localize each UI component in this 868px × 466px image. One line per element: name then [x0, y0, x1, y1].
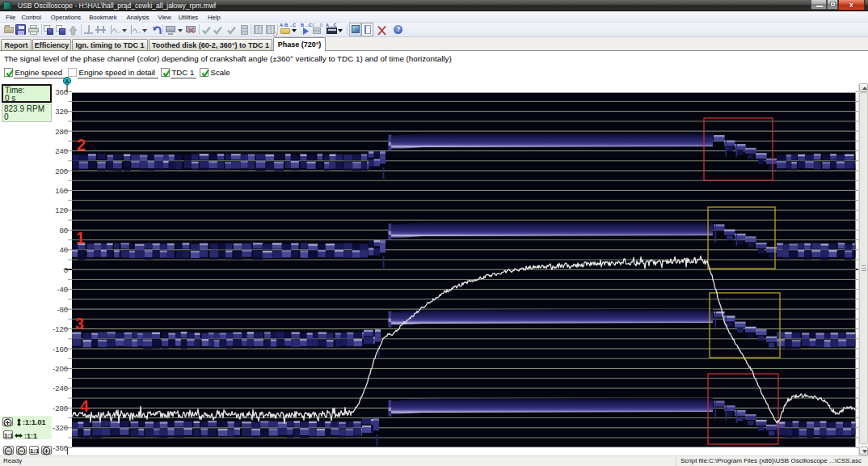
svg-text:80: 80: [59, 226, 68, 235]
svg-text:1: 1: [76, 229, 85, 247]
svg-text:2: 2: [77, 136, 86, 154]
svg-text:4: 4: [80, 397, 89, 415]
svg-text:200: 200: [55, 167, 68, 176]
svg-text:360: 360: [55, 87, 68, 96]
svg-text:-200: -200: [53, 364, 68, 373]
svg-text:320: 320: [55, 107, 68, 116]
svg-text:-280: -280: [53, 404, 68, 413]
svg-text:120: 120: [55, 205, 68, 214]
svg-text:-320: -320: [53, 423, 68, 432]
svg-text:-40: -40: [57, 285, 68, 294]
svg-text:-120: -120: [53, 324, 68, 333]
svg-text:-360: -360: [53, 443, 68, 452]
svg-text:A: A: [65, 78, 70, 85]
svg-text:160: 160: [55, 186, 68, 195]
svg-text:240: 240: [55, 146, 68, 155]
svg-text:3: 3: [75, 315, 84, 333]
svg-text:-80: -80: [57, 305, 68, 314]
svg-text:-240: -240: [53, 383, 68, 392]
svg-text:-160: -160: [53, 345, 68, 354]
svg-text:280: 280: [55, 127, 68, 136]
svg-text:0: 0: [64, 265, 68, 274]
svg-text:40: 40: [59, 245, 68, 254]
